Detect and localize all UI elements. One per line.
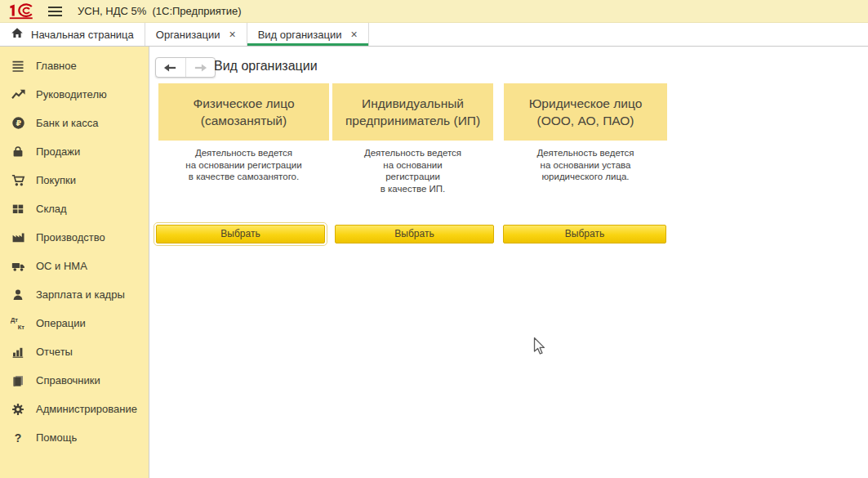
sidebar-item-label: Руководителю <box>36 88 107 101</box>
sidebar-item-main[interactable]: Главное <box>0 51 149 80</box>
warehouse-grid-icon <box>11 202 25 216</box>
sidebar-item-production[interactable]: Производство <box>0 223 149 252</box>
sidebar-item-manager[interactable]: Руководителю <box>0 80 149 109</box>
svg-text:₽: ₽ <box>16 118 21 127</box>
sidebar-item-catalogs[interactable]: Справочники <box>0 366 149 395</box>
card-description-legal-entity: Деятельность ведется на основании устава… <box>504 147 667 183</box>
close-icon[interactable]: × <box>351 29 358 40</box>
sidebar-item-bank-cash[interactable]: ₽ Банк и касса <box>0 109 149 137</box>
sidebar-item-administration[interactable]: Администрирование <box>0 395 149 423</box>
truck-icon <box>11 259 25 273</box>
person-icon <box>11 288 25 302</box>
tab-organizations[interactable]: Организации × <box>145 23 247 46</box>
tab-label: Начальная страница <box>31 29 134 41</box>
sidebar-item-purchases[interactable]: Покупки <box>0 166 149 194</box>
topbar: УСН, НДС 5% (1С:Предприятие) <box>0 0 868 23</box>
card-title-line: Юридическое лицо <box>529 95 643 112</box>
sidebar: Главное Руководителю ₽ Банк и касса <box>0 47 149 478</box>
forward-button[interactable] <box>186 58 216 77</box>
choose-button-entrepreneur[interactable]: Выбрать <box>335 225 494 243</box>
mouse-cursor-icon <box>533 337 547 360</box>
sidebar-item-label: Производство <box>36 231 105 243</box>
card-title-line: предприниматель (ИП) <box>345 112 480 129</box>
sidebar-item-label: Банк и касса <box>36 117 99 129</box>
sidebar-item-os-nma[interactable]: ОС и НМА <box>0 252 149 280</box>
card-title-line: Физическое лицо <box>193 95 294 112</box>
sidebar-item-label: Администрирование <box>36 403 137 415</box>
sidebar-item-label: Помощь <box>36 431 77 444</box>
sidebar-item-label: Продажи <box>36 145 80 158</box>
tab-bar: Начальная страница Организации × Вид орг… <box>0 23 868 47</box>
tab-organization-kind[interactable]: Вид организации × <box>247 23 369 46</box>
sidebar-item-operations[interactable]: Дт Кт Операции <box>0 309 149 337</box>
choose-button-selfemployed[interactable]: Выбрать <box>156 225 325 243</box>
card-header-entrepreneur: Индивидуальный предприниматель (ИП) <box>332 83 493 141</box>
menu-lines-icon <box>11 59 25 73</box>
tab-label: Вид организации <box>258 29 342 41</box>
books-icon <box>11 373 25 387</box>
card-description-selfemployed: Деятельность ведется на основании регист… <box>158 147 329 183</box>
sidebar-item-help[interactable]: ? Помощь <box>0 423 149 452</box>
tab-label: Организации <box>156 29 220 41</box>
tab-home-page[interactable]: Начальная страница <box>0 23 145 46</box>
sidebar-item-reports[interactable]: Отчеты <box>0 337 149 366</box>
sidebar-item-label: Справочники <box>36 374 100 386</box>
card-title-line: (самозанятый) <box>201 112 287 129</box>
shopping-cart-icon <box>11 173 25 187</box>
card-description-entrepreneur: Деятельность ведется на основании регист… <box>332 147 493 194</box>
page-title: Вид организации <box>214 59 318 74</box>
sidebar-item-sales[interactable]: Продажи <box>0 137 149 166</box>
card-header-legal-entity: Юридическое лицо (ООО, АО, ПАО) <box>504 83 667 141</box>
choose-button-legal-entity[interactable]: Выбрать <box>503 225 666 243</box>
app-window: УСН, НДС 5% (1С:Предприятие) Начальная с… <box>0 0 868 478</box>
shopping-bag-icon <box>11 145 25 159</box>
sidebar-item-label: Операции <box>36 317 86 329</box>
home-icon <box>11 27 24 42</box>
sidebar-item-label: ОС и НМА <box>36 260 87 272</box>
factory-icon <box>11 230 25 244</box>
hamburger-menu-icon[interactable] <box>47 6 63 17</box>
back-button[interactable] <box>156 58 186 77</box>
card-header-individual-selfemployed: Физическое лицо (самозанятый) <box>158 83 329 141</box>
close-icon[interactable]: × <box>229 29 235 40</box>
card-title-line: (ООО, АО, ПАО) <box>537 112 634 129</box>
sidebar-item-label: Отчеты <box>36 346 73 358</box>
sidebar-item-salary-hr[interactable]: Зарплата и кадры <box>0 280 149 309</box>
bar-chart-icon <box>11 345 25 359</box>
1c-logo <box>7 2 36 20</box>
sidebar-item-label: Зарплата и кадры <box>36 288 125 301</box>
trend-arrow-icon <box>11 87 25 101</box>
ruble-circle-icon: ₽ <box>11 116 25 130</box>
sidebar-item-label: Склад <box>36 203 67 215</box>
app-title: УСН, НДС 5% (1С:Предприятие) <box>78 5 241 17</box>
card-title-line: Индивидуальный <box>362 95 464 112</box>
sidebar-item-label: Покупки <box>36 174 76 186</box>
history-nav-group <box>155 57 216 78</box>
sidebar-item-label: Главное <box>36 60 77 72</box>
gear-icon <box>11 402 25 416</box>
debit-credit-icon: Дт Кт <box>11 316 25 330</box>
question-icon: ? <box>11 431 25 444</box>
sidebar-item-warehouse[interactable]: Склад <box>0 194 149 223</box>
